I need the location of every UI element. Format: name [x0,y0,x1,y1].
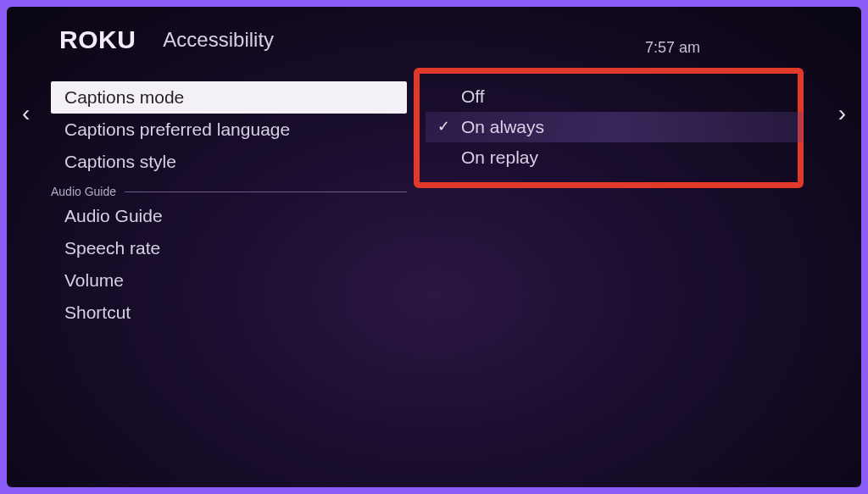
option-on-always[interactable]: On always [426,112,803,142]
page-title: Accessibility [163,28,274,52]
menu-item-speech-rate[interactable]: Speech rate [51,232,407,264]
roku-settings-screen: Roku Accessibility 7:57 am ‹ › Captions … [7,7,861,487]
section-label: Audio Guide [51,185,125,198]
content-area: Captions mode Captions preferred languag… [7,63,861,329]
clock: 7:57 am [645,39,700,57]
option-off[interactable]: Off [426,81,803,112]
menu-item-volume[interactable]: Volume [51,264,407,297]
roku-logo: Roku [59,25,136,54]
menu-item-captions-style[interactable]: Captions style [51,146,407,178]
menu-item-audio-guide[interactable]: Audio Guide [51,200,407,232]
menu-item-captions-language[interactable]: Captions preferred language [51,114,407,146]
menu-item-shortcut[interactable]: Shortcut [51,297,407,329]
option-on-replay[interactable]: On replay [426,142,803,173]
divider-line [125,191,407,192]
options-panel: Off On always On replay [426,81,803,329]
menu-item-captions-mode[interactable]: Captions mode [51,81,407,114]
section-divider-audio-guide: Audio Guide [51,185,407,198]
header: Roku Accessibility [7,7,861,63]
settings-menu: Captions mode Captions preferred languag… [51,81,407,329]
